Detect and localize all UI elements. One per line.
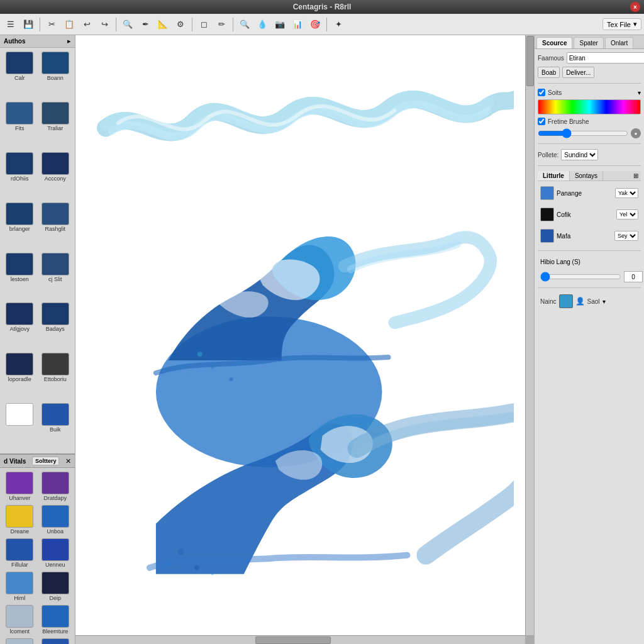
left-bottom-close[interactable]: ✕ <box>65 457 71 465</box>
layer-name-mafa: Mafa <box>557 233 612 240</box>
copy-button[interactable]: 📋 <box>61 16 77 33</box>
undo-button[interactable]: ↩ <box>79 16 95 33</box>
canvas-scrollbar-vertical[interactable] <box>525 35 534 635</box>
zoom2-button[interactable]: 🔍 <box>236 16 253 33</box>
right-panel: Scource Spater Onlart Faamous ☰ Boab Del… <box>534 35 644 644</box>
brush-preview-4 <box>6 152 33 175</box>
soits-checkbox[interactable] <box>538 89 545 96</box>
brush-item-13[interactable]: Ettoboriu <box>38 352 73 401</box>
brush-item-15[interactable]: Buik <box>38 402 73 451</box>
tab-onlart[interactable]: Onlart <box>605 37 633 48</box>
canvas-background[interactable] <box>75 35 525 635</box>
etiran-input[interactable] <box>567 52 644 64</box>
canvas-scrollbar-horizontal[interactable] <box>75 635 525 644</box>
brush-item-1[interactable]: Boann <box>38 50 73 99</box>
brush-item-3[interactable]: Traliar <box>38 101 73 150</box>
brushe-slider[interactable] <box>538 131 628 136</box>
soits-dropdown-icon[interactable]: ▾ <box>638 89 641 96</box>
bottom-brush-item-5[interactable]: Uenneu <box>38 537 73 569</box>
layer-tab-sontays[interactable]: Sontays <box>570 171 603 180</box>
brush-item-12[interactable]: loporadle <box>3 352 37 401</box>
bottom-brush-item-0[interactable]: Uhanver <box>3 470 37 502</box>
brush-item-2[interactable]: Fits <box>3 101 37 150</box>
brushe-slider-row: ● <box>538 128 641 138</box>
name-color-swatch[interactable] <box>559 294 573 308</box>
deliver-button[interactable]: Deliver... <box>562 67 594 78</box>
camera-button[interactable]: 📷 <box>272 16 288 33</box>
toolbar-sep-2 <box>116 18 116 31</box>
brush-label-7: Rashglit <box>45 226 65 232</box>
zoom-button[interactable]: 🔍 <box>119 16 136 33</box>
chart-button[interactable]: 📊 <box>289 16 306 33</box>
redo-button[interactable]: ↪ <box>96 16 113 33</box>
brush-item-11[interactable]: Badays <box>38 301 73 350</box>
svg-point-5 <box>178 549 184 555</box>
bottom-brush-item-7[interactable]: Deip <box>38 570 73 602</box>
bottom-brush-item-11[interactable]: Ploane <box>38 637 73 644</box>
cut-button[interactable]: ✂ <box>43 16 60 33</box>
bottom-brush-label-5: Uenneu <box>45 562 65 568</box>
color-gradient-bar[interactable] <box>538 99 641 114</box>
bottom-brush-item-8[interactable]: lcoment <box>3 604 37 636</box>
tab-scource[interactable]: Scource <box>536 37 572 48</box>
brush-item-0[interactable]: Calr <box>3 50 37 99</box>
scroll-thumb-horizontal[interactable] <box>255 636 331 644</box>
sep-1 <box>538 83 641 84</box>
canvas-area[interactable] <box>75 35 534 644</box>
boab-button[interactable]: Boab <box>538 67 560 78</box>
tex-file-arrow-icon: ▾ <box>633 20 637 28</box>
brush-item-7[interactable]: Rashglit <box>38 201 73 250</box>
layer-select-panange[interactable]: Yak <box>615 188 638 198</box>
brush-preview-15 <box>42 403 69 426</box>
layer-select-mafa[interactable]: Sey <box>614 231 638 241</box>
bottom-brush-item-1[interactable]: Dratdapy <box>38 470 73 502</box>
bottom-brush-label-7: Deip <box>49 595 61 601</box>
target-button[interactable]: 🎯 <box>307 16 323 33</box>
left-bottom-tab[interactable]: Solttery <box>32 457 60 465</box>
tex-file-dropdown[interactable]: Nainc Tex File ▾ <box>602 18 641 30</box>
pencil-button[interactable]: ✏ <box>213 16 230 33</box>
brush-item-8[interactable]: lestoen <box>3 252 37 301</box>
diamond-button[interactable]: ✦ <box>330 16 347 33</box>
brush-item-9[interactable]: cj Slit <box>38 252 73 301</box>
brush-item-10[interactable]: Atlgjovy <box>3 301 37 350</box>
bottom-brush-item-6[interactable]: Himl <box>3 570 37 602</box>
save-button[interactable]: 💾 <box>20 16 36 33</box>
menu-button[interactable]: ☰ <box>3 16 19 33</box>
bottom-brush-label-9: Bleemture <box>42 628 68 635</box>
brush-preview-7 <box>42 203 69 225</box>
left-panel-expand[interactable]: ▸ <box>67 37 71 45</box>
bottom-brush-label-3: Unboa <box>47 528 64 535</box>
layer-expand-btn[interactable]: ⊞ <box>631 171 641 180</box>
brush-item-6[interactable]: brlanger <box>3 201 37 250</box>
hibio-slider[interactable] <box>540 274 621 279</box>
bottom-brush-item-3[interactable]: Unboa <box>38 504 73 536</box>
brush-item-14[interactable] <box>3 402 37 451</box>
tab-spater[interactable]: Spater <box>574 37 603 48</box>
dropper-button[interactable]: 💧 <box>254 16 270 33</box>
box-button[interactable]: ◻ <box>196 16 212 33</box>
bottom-brush-item-4[interactable]: Fillular <box>3 537 37 569</box>
fretine-row: Fretine Brushe <box>538 118 641 125</box>
ruler-button[interactable]: 📐 <box>155 16 171 33</box>
close-button[interactable]: × <box>630 2 640 12</box>
toolbar-sep-4 <box>233 18 233 31</box>
brush-item-5[interactable]: Acccony <box>38 151 73 200</box>
brush-preview-14 <box>6 403 33 426</box>
bottom-brush-item-9[interactable]: Bleemture <box>38 604 73 636</box>
tex-file-text: Tex File <box>607 21 631 28</box>
fretine-checkbox[interactable] <box>538 118 545 125</box>
settings-button[interactable]: ⚙ <box>172 16 189 33</box>
scroll-thumb-vertical[interactable] <box>526 36 534 86</box>
brush-item-4[interactable]: rdOhiis <box>3 151 37 200</box>
pen-button[interactable]: ✒ <box>137 16 153 33</box>
bottom-brush-item-10[interactable]: Bits <box>3 637 37 644</box>
hibio-value-input[interactable] <box>624 271 643 282</box>
bottom-brush-item-2[interactable]: Dreane <box>3 504 37 536</box>
layer-tab-litturle[interactable]: Litturle <box>538 171 570 180</box>
saol-dropdown[interactable]: ▾ <box>602 298 606 305</box>
layer-select-cofik[interactable]: Yel <box>616 209 638 219</box>
bottom-brush-label-6: Himl <box>14 595 25 601</box>
faamous-label: Faamous <box>538 55 564 62</box>
pollete-select[interactable]: Sundind Option2 <box>561 149 598 160</box>
